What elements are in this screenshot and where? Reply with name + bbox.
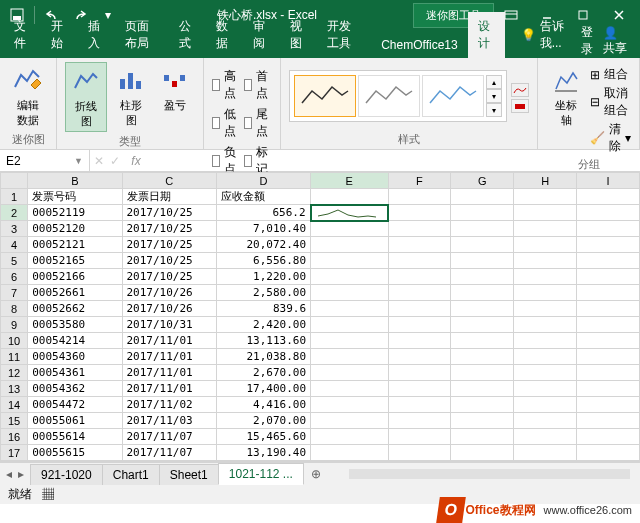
cell-E13[interactable] <box>311 381 389 397</box>
col-header-I[interactable]: I <box>577 173 640 189</box>
new-sheet-button[interactable]: ⊕ <box>303 467 329 481</box>
tab-file[interactable]: 文件 <box>4 12 41 58</box>
cell[interactable] <box>388 349 451 365</box>
cell[interactable] <box>577 237 640 253</box>
cell[interactable]: 00055615 <box>28 445 122 461</box>
style-item-2[interactable] <box>358 75 420 117</box>
row-header[interactable]: 6 <box>1 269 28 285</box>
cell[interactable] <box>388 221 451 237</box>
lastpoint-checkbox[interactable]: 尾点 <box>244 106 272 140</box>
cell[interactable] <box>388 285 451 301</box>
cell[interactable] <box>451 381 514 397</box>
row-header[interactable]: 17 <box>1 445 28 461</box>
cell[interactable] <box>514 349 577 365</box>
style-item-3[interactable] <box>422 75 484 117</box>
login-link[interactable]: 登录 <box>581 24 597 58</box>
cell-E9[interactable] <box>311 317 389 333</box>
cell-E2[interactable] <box>311 205 389 221</box>
cell[interactable] <box>388 381 451 397</box>
row-header[interactable]: 16 <box>1 429 28 445</box>
cell[interactable] <box>451 413 514 429</box>
cell[interactable]: 13,190.40 <box>216 445 310 461</box>
cell[interactable]: 15,465.60 <box>216 429 310 445</box>
cell[interactable]: 2,420.00 <box>216 317 310 333</box>
tab-review[interactable]: 审阅 <box>243 12 280 58</box>
cell[interactable]: 1,220.00 <box>216 269 310 285</box>
tell-me[interactable]: 💡告诉我... <box>515 12 573 58</box>
cell[interactable]: 00054362 <box>28 381 122 397</box>
cell[interactable] <box>451 221 514 237</box>
cell[interactable] <box>514 221 577 237</box>
cell[interactable] <box>577 381 640 397</box>
cell[interactable] <box>451 285 514 301</box>
winloss-sparkline-button[interactable]: 盈亏 <box>155 62 195 115</box>
tab-dev[interactable]: 开发工具 <box>317 12 371 58</box>
cell[interactable]: 00053580 <box>28 317 122 333</box>
sheet-nav-next[interactable]: ▸ <box>18 467 24 481</box>
cell[interactable] <box>514 413 577 429</box>
cell[interactable] <box>514 285 577 301</box>
cell[interactable]: 2017/10/26 <box>122 301 216 317</box>
cell[interactable] <box>514 333 577 349</box>
col-header-G[interactable]: G <box>451 173 514 189</box>
gallery-up[interactable]: ▴ <box>486 75 502 89</box>
cell[interactable] <box>514 253 577 269</box>
cell-E15[interactable] <box>311 413 389 429</box>
cell[interactable] <box>451 237 514 253</box>
cell[interactable] <box>514 189 577 205</box>
row-header[interactable]: 5 <box>1 253 28 269</box>
share-button[interactable]: 👤 共享 <box>603 26 632 57</box>
cell[interactable]: 13,113.60 <box>216 333 310 349</box>
row-header[interactable]: 13 <box>1 381 28 397</box>
sheet-tab-3[interactable]: Sheet1 <box>159 464 219 485</box>
cell[interactable] <box>514 429 577 445</box>
cell[interactable] <box>514 269 577 285</box>
cell-E11[interactable] <box>311 349 389 365</box>
cell[interactable]: 00052661 <box>28 285 122 301</box>
row-header[interactable]: 14 <box>1 397 28 413</box>
row-header[interactable]: 11 <box>1 349 28 365</box>
cell[interactable] <box>451 397 514 413</box>
cell[interactable] <box>577 221 640 237</box>
cell[interactable] <box>388 397 451 413</box>
name-box[interactable]: E2▼ <box>0 150 90 171</box>
col-header-H[interactable]: H <box>514 173 577 189</box>
cell[interactable] <box>577 301 640 317</box>
row-header[interactable]: 1 <box>1 189 28 205</box>
row-header[interactable]: 9 <box>1 317 28 333</box>
cell[interactable]: 00052119 <box>28 205 122 221</box>
col-header-E[interactable]: E <box>311 173 389 189</box>
cell[interactable]: 00052662 <box>28 301 122 317</box>
gallery-down[interactable]: ▾ <box>486 89 502 103</box>
cell-E16[interactable] <box>311 429 389 445</box>
tab-pagelayout[interactable]: 页面布局 <box>115 12 169 58</box>
cell[interactable] <box>451 253 514 269</box>
cell[interactable] <box>514 237 577 253</box>
cell[interactable] <box>577 205 640 221</box>
cell[interactable]: 2017/11/07 <box>122 429 216 445</box>
cell[interactable]: 839.6 <box>216 301 310 317</box>
cell[interactable]: 2017/10/25 <box>122 221 216 237</box>
cell[interactable] <box>388 253 451 269</box>
cell[interactable] <box>577 253 640 269</box>
highpoint-checkbox[interactable]: 高点 <box>212 68 240 102</box>
tab-design[interactable]: 设计 <box>468 12 505 58</box>
cell[interactable] <box>577 317 640 333</box>
cell[interactable] <box>451 317 514 333</box>
cell[interactable] <box>388 301 451 317</box>
cell-E17[interactable] <box>311 445 389 461</box>
cell[interactable]: 17,400.00 <box>216 381 310 397</box>
cell[interactable] <box>577 445 640 461</box>
group-button[interactable]: ⊞组合 <box>590 66 631 83</box>
cell[interactable]: 00055614 <box>28 429 122 445</box>
cell[interactable] <box>451 333 514 349</box>
cell[interactable] <box>577 189 640 205</box>
cell[interactable] <box>577 413 640 429</box>
cell[interactable] <box>514 445 577 461</box>
cell[interactable]: 00052165 <box>28 253 122 269</box>
cell[interactable] <box>388 445 451 461</box>
col-header-F[interactable]: F <box>388 173 451 189</box>
cell[interactable]: 00055061 <box>28 413 122 429</box>
cell[interactable]: 00052120 <box>28 221 122 237</box>
sheet-tab-2[interactable]: Chart1 <box>102 464 160 485</box>
